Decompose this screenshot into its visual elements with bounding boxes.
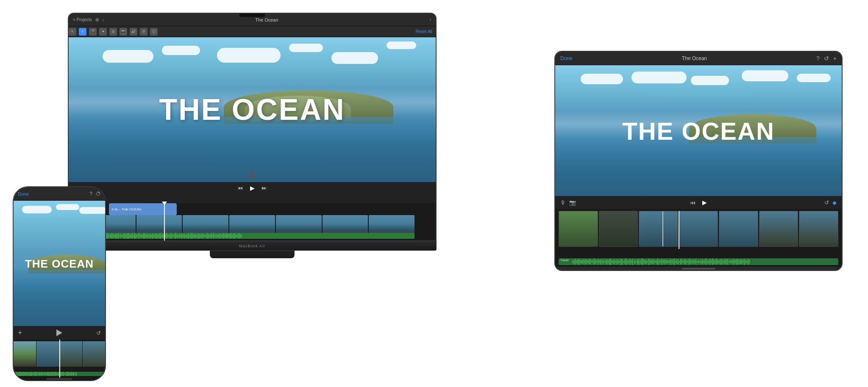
macbook-notch [239,14,265,17]
macbook-share-icon[interactable]: ↑ [429,17,431,22]
wave-bar-115 [718,260,719,263]
wave-bar-26 [605,260,606,264]
wave-bar-30 [128,233,129,239]
wave-bar-109 [228,234,229,238]
wave-bar-84 [679,261,680,263]
ipad-camera-icon[interactable]: 📷 [569,199,576,206]
wave-bar-80 [674,258,675,265]
macbook-model-label: MacBook Air [239,244,265,248]
storyboard-icon[interactable]: ⊞ [95,17,99,22]
macbook-waveform [90,233,415,239]
wave-bar-2 [575,259,576,265]
wave-bar-48 [633,261,634,263]
iphone-toolbar: Done ? ⏱ [14,187,105,201]
ipad-play-button[interactable]: ▶ [702,199,707,206]
wave-bar-46 [72,372,73,376]
ipad-mic-icon[interactable]: 🎙 [560,199,566,206]
ipad-plus-icon[interactable]: + [833,55,837,62]
wave-bar-138 [748,259,748,265]
wave-bar-89 [203,234,204,238]
ipad-help-icon[interactable]: ? [816,55,820,62]
cursor-tool[interactable]: ↖ [69,28,76,36]
wave-bar-0 [572,260,573,263]
macbook-ocean-title: THE OCEAN [159,93,345,127]
iphone-done-button[interactable]: Done [18,191,29,196]
wave-bar-4 [19,372,19,376]
ipad-magic-icon[interactable]: ◆ [832,199,837,206]
play-button[interactable]: ▶ [249,185,256,191]
wave-bar-111 [231,234,232,238]
wave-bar-16 [110,234,111,238]
clip-tool[interactable]: 🎬 [89,28,97,36]
ipad-toolbar-icons: ? ↺ + [816,55,837,62]
ipad-cloud-2 [632,72,687,83]
ipad-home-indicator [682,268,715,269]
wave-bar-118 [240,234,241,238]
wave-bar-98 [697,261,698,263]
ipad-done-button[interactable]: Done [560,55,573,61]
iphone-screen-body: Done ? ⏱ [13,186,106,381]
iphone-help-icon[interactable]: ? [89,191,92,197]
filter-tool[interactable]: ✦ [99,28,107,36]
wave-bar-56 [161,235,162,238]
cloud-6 [387,41,416,49]
crop-tool[interactable]: ⊡ [109,28,117,36]
wave-bar-67 [175,233,176,239]
wave-bar-110 [230,233,231,239]
title-tool[interactable]: T [79,28,86,36]
ipad-skip-back-icon[interactable]: ⏮ [690,199,696,206]
skip-forward-button[interactable]: ⏭ [261,185,267,191]
wave-bar-109 [711,260,712,263]
wave-bar-107 [708,260,709,264]
iphone-add-button[interactable]: + [18,329,22,337]
wave-bar-92 [207,233,208,239]
wave-bar-22 [600,259,601,265]
mic-icon [250,172,255,180]
iphone-undo-button[interactable]: ↺ [96,330,101,336]
audio-tool[interactable]: 🔊 [130,28,137,36]
iphone-play-button[interactable] [56,329,62,336]
wave-bar-39 [139,234,140,238]
macbook-active-clip[interactable]: 4.9s – THE OCEAN [109,203,177,215]
iphone-timer-icon[interactable]: ⏱ [96,191,101,197]
info-tool[interactable]: ⓘ [150,28,158,36]
macbook-video-preview: THE OCEAN [69,37,436,182]
wave-bar-54 [641,259,642,264]
wave-bar-79 [190,233,191,238]
reset-all-button[interactable]: Reset All [416,29,432,34]
projects-button[interactable]: < Projects [73,17,92,22]
wave-bar-93 [208,234,209,238]
ipad-rotate-icon[interactable]: ↺ [824,55,829,62]
wave-bar-21 [117,234,117,238]
wave-bar-106 [225,234,225,238]
wave-bar-45 [147,234,148,238]
wave-bar-4 [577,260,578,264]
wave-bar-65 [172,235,173,237]
wave-bar-74 [666,260,667,264]
wave-bar-69 [660,260,661,263]
wave-bar-23 [119,235,120,237]
ipad-undo-icon[interactable]: ↺ [824,199,829,206]
macbook-playhead [164,203,165,240]
iphone-ocean-scene: THE OCEAN [14,201,105,326]
wave-bar-13 [589,259,590,264]
wave-bar-132 [740,260,741,264]
wave-bar-7 [581,260,582,264]
ipad-ocean-scene: THE OCEAN [555,65,842,196]
wave-bar-23 [43,373,44,375]
cloud-1 [103,50,153,63]
camera-tool[interactable]: 📷 [120,28,127,36]
iphone-cloud-1 [22,206,52,213]
wave-bar-15 [591,260,592,263]
wave-bar-25 [45,373,46,375]
macbook-timeline: 00:08 | 00:17 4.9s – THE OCEAN [69,194,436,240]
wave-bar-63 [170,233,171,239]
speed-tool[interactable]: ⏱ [140,28,147,36]
wave-bar-135 [744,259,745,265]
iphone-timeline [14,340,105,378]
wave-bar-127 [734,259,734,265]
wave-bar-53 [640,260,640,263]
wave-bar-9 [25,372,26,376]
skip-back-button[interactable]: ⏮ [237,185,244,191]
wave-bar-77 [188,233,189,239]
